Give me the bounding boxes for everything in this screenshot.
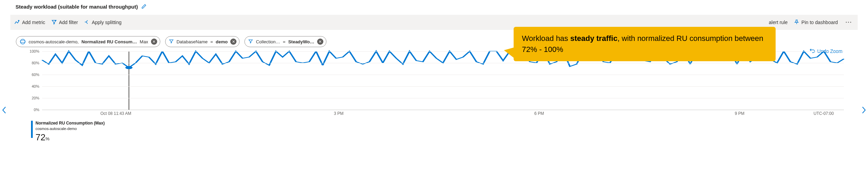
y-tick-100: 100% (30, 49, 39, 53)
page-title: Steady workload (suitable for manual thr… (16, 4, 138, 10)
pin-icon (794, 19, 799, 26)
y-tick-20: 20% (32, 96, 39, 100)
y-tick-0: 0% (34, 108, 39, 112)
y-tick-80: 80% (32, 61, 39, 65)
filter-pill-collection[interactable]: Collection… = SteadyWo… ✕ (244, 36, 326, 47)
annotation-callout: Workload has steady traffic, with normal… (514, 27, 776, 61)
svg-point-3 (125, 66, 133, 69)
x-tick-start: Oct 08 11:43 AM (100, 111, 131, 116)
legend-color-swatch (31, 121, 33, 138)
filter-icon (169, 39, 174, 45)
add-filter-label: Add filter (59, 20, 78, 25)
pill-coll-key: Collection… (256, 39, 280, 44)
pill-db-val: demo (216, 39, 228, 44)
prev-chart-arrow[interactable] (1, 105, 8, 115)
apply-splitting-button[interactable]: Apply splitting (84, 19, 121, 26)
edit-title-icon[interactable] (141, 3, 147, 10)
pill-resource-name: cosmos-autoscale-demo, (29, 39, 79, 44)
filter-pill-database[interactable]: DatabaseName = demo ✕ (165, 36, 240, 47)
alert-rule-label: alert rule (769, 20, 787, 25)
add-metric-label: Add metric (22, 20, 45, 25)
remove-db-filter-icon[interactable]: ✕ (230, 39, 236, 45)
add-metric-icon (14, 19, 20, 26)
chart-legend[interactable]: Normalized RU Consumption (Max) cosmos-a… (31, 121, 858, 143)
next-chart-arrow[interactable] (860, 105, 867, 115)
add-filter-button[interactable]: Add filter (51, 19, 78, 26)
y-tick-40: 40% (32, 84, 39, 88)
remove-metric-pill-icon[interactable]: ✕ (151, 39, 157, 45)
more-actions-button[interactable]: ··· (844, 19, 854, 25)
svg-point-1 (20, 41, 25, 43)
pill-db-key: DatabaseName (176, 39, 208, 44)
apply-splitting-label: Apply splitting (92, 20, 121, 25)
pill-aggregation: Max (140, 39, 148, 44)
pill-coll-val: SteadyWo… (288, 39, 314, 44)
apply-splitting-icon (84, 19, 90, 26)
pill-metric-name: Normalized RU Consum… (81, 39, 137, 44)
new-alert-rule-button[interactable]: alert rule (769, 20, 787, 25)
y-tick-60: 60% (32, 73, 39, 77)
legend-unit: % (46, 136, 50, 141)
pin-label: Pin to dashboard (801, 20, 838, 25)
filter-icon (248, 39, 253, 45)
add-metric-button[interactable]: Add metric (14, 19, 45, 26)
metric-pill[interactable]: cosmos-autoscale-demo, Normalized RU Con… (16, 36, 160, 47)
pin-to-dashboard-button[interactable]: Pin to dashboard (794, 19, 838, 26)
legend-subtitle: cosmos-autoscale-demo (36, 126, 105, 131)
timezone-label: UTC-07:00 (814, 111, 834, 116)
legend-title: Normalized RU Consumption (Max) (36, 121, 105, 126)
add-filter-icon (51, 19, 57, 26)
x-tick-6pm: 6 PM (534, 111, 544, 116)
x-tick-3pm: 3 PM (334, 111, 344, 116)
cosmos-db-icon (20, 39, 26, 45)
x-tick-9pm: 9 PM (735, 111, 745, 116)
svg-point-0 (20, 39, 25, 44)
remove-coll-filter-icon[interactable]: ✕ (317, 39, 323, 45)
legend-value: 72 (36, 132, 46, 142)
